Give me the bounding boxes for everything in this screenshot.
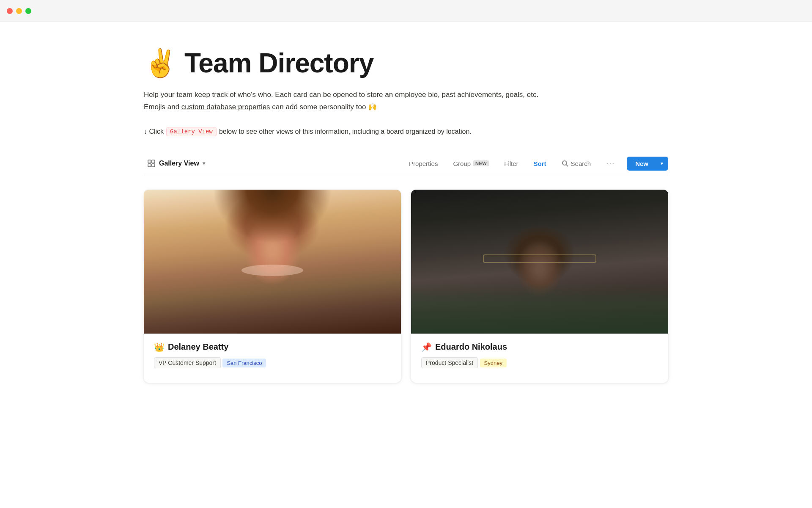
titlebar	[0, 0, 812, 22]
toolbar-right: Properties Group NEW Filter Sort Search …	[406, 157, 668, 171]
svg-rect-1	[152, 160, 155, 163]
card-name-1: 👑 Delaney Beatty	[154, 342, 391, 352]
fullscreen-button[interactable]	[25, 8, 31, 14]
card-body-1: 👑 Delaney Beatty VP Customer Support San…	[144, 334, 401, 383]
page-title: Team Directory	[184, 47, 373, 79]
search-icon	[562, 160, 568, 167]
more-options-button[interactable]: ···	[603, 157, 618, 170]
svg-rect-3	[152, 164, 155, 167]
description-text-1: Help your team keep track of who's who. …	[144, 91, 538, 99]
description-text-3: can add some personality too 🙌	[270, 103, 377, 111]
page-content: ✌️ Team Directory Help your team keep tr…	[110, 22, 702, 400]
minimize-button[interactable]	[16, 8, 22, 14]
new-button[interactable]: New ▾	[627, 157, 668, 171]
svg-rect-0	[148, 160, 151, 163]
card-image-1	[144, 190, 401, 334]
filter-label: Filter	[504, 160, 518, 167]
card-role-2: Product Specialist	[421, 357, 478, 368]
click-hint-suffix: below to see other views of this informa…	[219, 128, 472, 135]
description-text-2: Emojis and	[144, 103, 181, 111]
sort-button[interactable]: Sort	[530, 157, 550, 170]
click-hint-prefix: ↓ Click	[144, 128, 164, 135]
gallery-view-badge: Gallery View	[166, 127, 217, 136]
properties-label: Properties	[409, 160, 438, 167]
sort-label: Sort	[534, 160, 546, 167]
chevron-down-icon: ▾	[203, 160, 205, 166]
card-name-2: 📌 Eduardo Nikolaus	[421, 342, 658, 352]
group-new-badge: NEW	[473, 160, 489, 166]
gallery-view-button[interactable]: Gallery View ▾	[144, 157, 208, 170]
card-role-1: VP Customer Support	[154, 357, 221, 368]
search-button[interactable]: Search	[558, 157, 595, 170]
new-button-chevron-icon: ▾	[656, 161, 668, 166]
click-hint: ↓ Click Gallery View below to see other …	[144, 127, 668, 136]
card-delaney-beatty[interactable]: 👑 Delaney Beatty VP Customer Support San…	[144, 190, 401, 383]
properties-button[interactable]: Properties	[406, 157, 441, 170]
card-image-2	[411, 190, 668, 334]
card-emoji-2: 📌	[421, 342, 432, 352]
card-emoji-1: 👑	[154, 342, 165, 352]
group-label: Group	[453, 160, 471, 167]
svg-point-4	[562, 161, 567, 165]
toolbar-left: Gallery View ▾	[144, 157, 208, 170]
svg-line-5	[566, 165, 568, 166]
gallery-grid: 👑 Delaney Beatty VP Customer Support San…	[144, 190, 668, 383]
close-button[interactable]	[7, 8, 13, 14]
gallery-view-label: Gallery View	[159, 160, 199, 167]
more-icon: ···	[606, 159, 615, 168]
search-label: Search	[571, 160, 591, 167]
svg-rect-2	[148, 164, 151, 167]
card-location-2: Sydney	[480, 359, 507, 367]
filter-button[interactable]: Filter	[501, 157, 521, 170]
group-button[interactable]: Group NEW	[450, 157, 492, 170]
card-location-1: San Francisco	[222, 359, 266, 367]
gallery-view-icon	[147, 159, 156, 168]
page-title-row: ✌️ Team Directory	[144, 47, 668, 79]
toolbar: Gallery View ▾ Properties Group NEW Filt…	[144, 152, 668, 176]
page-description: Help your team keep track of who's who. …	[144, 89, 651, 113]
card-eduardo-nikolaus[interactable]: 📌 Eduardo Nikolaus Product Specialist Sy…	[411, 190, 668, 383]
card-body-2: 📌 Eduardo Nikolaus Product Specialist Sy…	[411, 334, 668, 383]
custom-properties-link[interactable]: custom database properties	[181, 103, 270, 111]
new-button-label: New	[627, 160, 655, 167]
title-emoji: ✌️	[144, 50, 178, 77]
